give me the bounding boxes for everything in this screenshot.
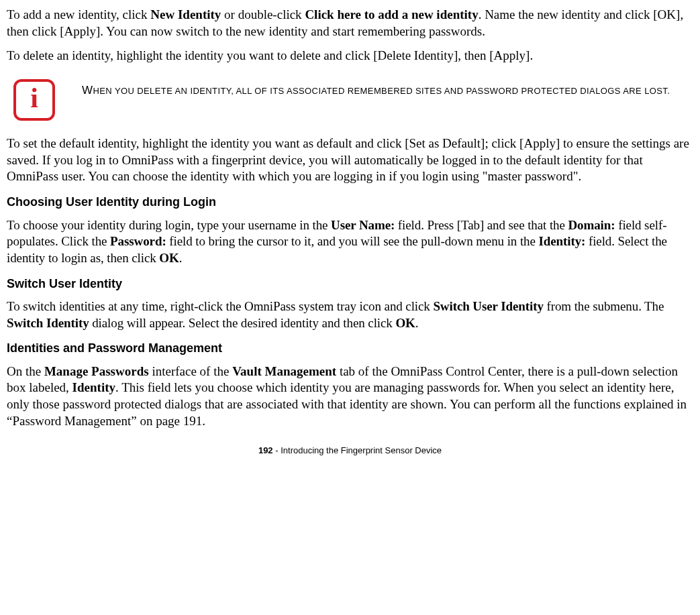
text: .	[415, 316, 419, 330]
label-switch-identity: Switch Identity	[7, 316, 89, 330]
text: To set the default identity, highlight t…	[7, 136, 689, 183]
label-click-here: Click here to add a new identity	[305, 7, 478, 21]
label-user-name: User Name:	[331, 218, 395, 232]
info-callout: i WHEN YOU DELETE AN IDENTITY, ALL OF IT…	[13, 79, 693, 121]
label-vault-management: Vault Management	[232, 364, 336, 378]
label-identity: Identity:	[538, 234, 585, 248]
text: field. Press [Tab] and see that the	[395, 218, 568, 232]
text: or double-click	[221, 7, 305, 21]
label-ok: OK	[159, 251, 179, 265]
info-text: WHEN YOU DELETE AN IDENTITY, ALL OF ITS …	[82, 79, 670, 98]
footer-title: Introducing the Fingerprint Sensor Devic…	[281, 445, 442, 455]
text: To delete an identity, highlight the ide…	[7, 48, 533, 62]
heading-choosing-identity: Choosing User Identity during Login	[7, 194, 693, 210]
label-password: Password:	[110, 234, 166, 248]
label-domain: Domain:	[568, 218, 615, 232]
text: To switch identities at any time, right-…	[7, 299, 433, 313]
paragraph-switch-user: To switch identities at any time, right-…	[7, 298, 693, 331]
info-icon: i	[13, 79, 55, 121]
heading-switch-user: Switch User Identity	[7, 276, 693, 292]
paragraph-default-identity: To set the default identity, highlight t…	[7, 135, 693, 185]
paragraph-delete-identity: To delete an identity, highlight the ide…	[7, 48, 693, 64]
label-ok-2: OK	[395, 316, 415, 330]
text: interface of the	[149, 364, 232, 378]
page-footer: 192 - Introducing the Fingerprint Sensor…	[7, 445, 693, 457]
paragraph-manage-passwords: On the Manage Passwords interface of the…	[7, 364, 693, 430]
label-switch-user-identity: Switch User Identity	[433, 299, 543, 313]
text: To choose your identity during login, ty…	[7, 218, 331, 232]
page-number: 192	[258, 445, 273, 455]
paragraph-add-identity: To add a new identity, click New Identit…	[7, 7, 693, 40]
label-identity-2: Identity	[72, 380, 115, 394]
text: field to bring the cursor to it, and you…	[166, 234, 539, 248]
text: dialog will appear. Select the desired i…	[89, 316, 396, 330]
text: To add a new identity, click	[7, 7, 150, 21]
footer-sep: -	[273, 445, 281, 455]
text: from the submenu. The	[544, 299, 664, 313]
text: On the	[7, 364, 44, 378]
paragraph-choose-identity: To choose your identity during login, ty…	[7, 217, 693, 267]
label-manage-passwords: Manage Passwords	[44, 364, 149, 378]
text: .	[179, 251, 183, 265]
heading-identities-passwords: Identities and Password Management	[7, 341, 693, 356]
label-new-identity: New Identity	[150, 7, 221, 21]
